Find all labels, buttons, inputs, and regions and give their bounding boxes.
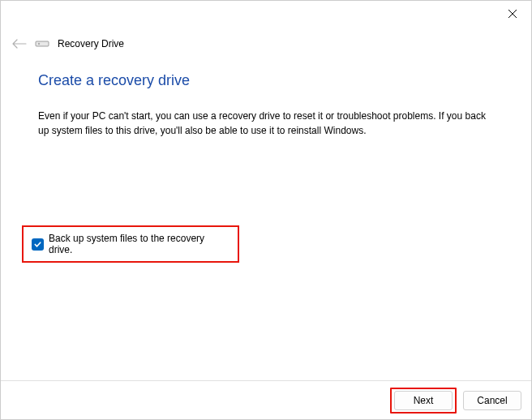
svg-point-3	[38, 43, 40, 45]
page-heading: Create a recovery drive	[38, 72, 494, 89]
dialog-footer: Next Cancel	[1, 380, 531, 419]
cancel-button[interactable]: Cancel	[463, 391, 521, 410]
description-text: Even if your PC can't start, you can use…	[38, 109, 494, 138]
recovery-drive-icon	[35, 39, 49, 49]
close-button[interactable]	[494, 1, 531, 27]
window-title: Recovery Drive	[58, 38, 124, 49]
checkbox-highlight-box: Back up system files to the recovery dri…	[22, 225, 239, 263]
svg-rect-2	[36, 41, 49, 46]
backup-checkbox[interactable]	[32, 238, 44, 251]
backup-checkbox-label: Back up system files to the recovery dri…	[49, 233, 230, 255]
back-arrow-icon[interactable]	[12, 39, 27, 49]
next-button-highlight: Next	[390, 388, 457, 414]
next-button[interactable]: Next	[394, 391, 453, 410]
